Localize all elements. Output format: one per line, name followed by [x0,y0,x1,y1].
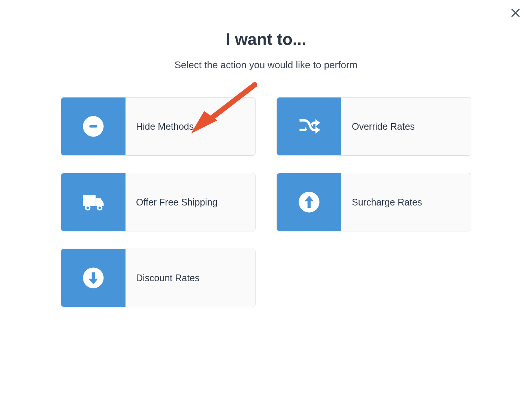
action-surcharge-rates[interactable]: Surcharge Rates [276,173,471,231]
action-label: Override Rates [341,98,471,155]
icon-box [61,173,126,231]
action-free-shipping[interactable]: Offer Free Shipping [61,173,256,231]
action-override-rates[interactable]: Override Rates [276,97,471,156]
close-button[interactable] [508,5,523,20]
action-label: Surcharge Rates [341,173,471,231]
action-grid: Hide Methods Override Rates [61,97,471,307]
page-subtitle: Select the action you would like to perf… [175,59,357,71]
action-label: Offer Free Shipping [126,173,255,231]
minus-circle-icon [81,114,106,139]
icon-box [61,98,126,155]
svg-point-6 [87,207,89,209]
svg-rect-4 [83,195,96,206]
icon-box [277,98,341,155]
action-label: Hide Methods [126,98,255,155]
action-label: Discount Rates [126,249,255,307]
page-title: I want to... [226,30,306,49]
modal-content: I want to... Select the action you would… [0,0,532,307]
svg-point-8 [99,207,101,209]
action-discount-rates[interactable]: Discount Rates [61,249,256,307]
icon-box [61,249,126,307]
arrow-up-circle-icon [296,189,322,215]
close-icon [510,7,522,19]
icon-box [277,173,341,231]
truck-icon [81,189,106,215]
arrow-down-circle-icon [81,265,106,291]
shuffle-icon [296,114,322,139]
svg-rect-3 [89,125,97,128]
action-hide-methods[interactable]: Hide Methods [61,97,256,156]
